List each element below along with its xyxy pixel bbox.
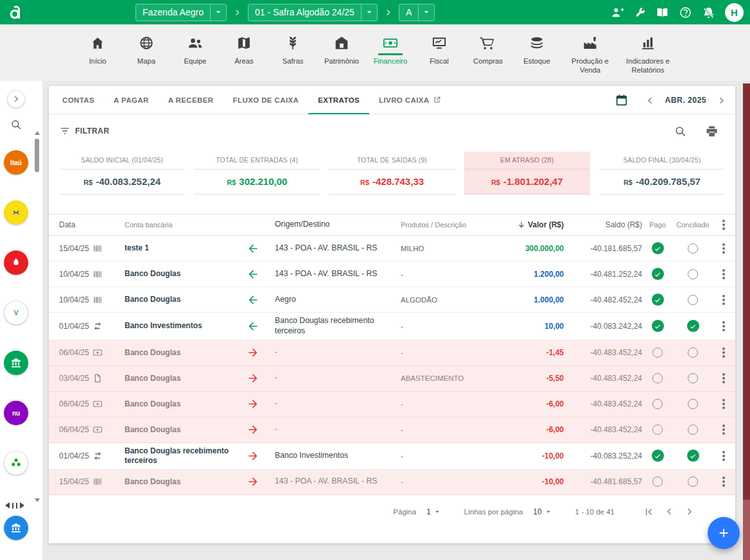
row-menu-button[interactable] xyxy=(713,239,735,258)
column-header-conciliado[interactable]: Conciliado xyxy=(673,221,713,229)
bank-item-sicredi[interactable] xyxy=(4,451,28,475)
tab-extratos[interactable]: EXTRATOS xyxy=(308,86,369,114)
reconciled-check-icon[interactable] xyxy=(687,450,699,462)
bank-item-itau[interactable]: Itaú xyxy=(4,150,28,175)
reconciled-unchecked-icon[interactable] xyxy=(688,243,698,254)
reconciled-unchecked-icon[interactable] xyxy=(688,399,698,409)
main-scrollbar[interactable] xyxy=(743,83,750,560)
row-menu-button[interactable] xyxy=(713,316,735,337)
season-selector[interactable]: 01 - Safra Algodão 24/25 xyxy=(248,4,378,21)
nav-item-estoque[interactable]: Estoque xyxy=(513,33,561,81)
calendar-button[interactable] xyxy=(615,93,629,107)
header-menu-button[interactable] xyxy=(713,214,735,235)
paid-unchecked-icon[interactable] xyxy=(652,399,663,409)
reconciled-unchecked-icon[interactable] xyxy=(688,269,698,279)
bank-item-banco-do-brasil[interactable] xyxy=(4,200,28,225)
caret-down-icon[interactable] xyxy=(418,4,434,21)
table-row[interactable]: 06/04/25Banco Douglas---6,00-40.483.452,… xyxy=(49,417,735,443)
nav-item-inicio[interactable]: Início xyxy=(74,33,121,81)
column-header-data[interactable]: Data xyxy=(59,220,91,229)
help-button[interactable] xyxy=(679,6,692,19)
column-header-saldo[interactable]: Saldo (R$) xyxy=(564,220,642,229)
nav-item-fiscal[interactable]: Fiscal xyxy=(415,33,463,81)
tab-livro-caixa[interactable]: LIVRO CAIXA xyxy=(369,86,451,114)
nav-item-financeiro[interactable]: Financeiro xyxy=(367,33,414,81)
reconciled-unchecked-icon[interactable] xyxy=(688,424,698,435)
reconciled-unchecked-icon[interactable] xyxy=(688,295,698,305)
column-header-valor[interactable]: Valor (R$) xyxy=(491,220,564,229)
tab-contas[interactable]: CONTAS xyxy=(53,86,104,114)
page-select[interactable]: 1 xyxy=(426,507,442,517)
reconciled-unchecked-icon[interactable] xyxy=(688,373,698,383)
tab-a-pagar[interactable]: A PAGAR xyxy=(104,86,159,114)
caret-down-icon[interactable] xyxy=(361,4,377,21)
tools-wrench-button[interactable] xyxy=(634,6,646,19)
table-row[interactable]: 06/04/25Banco Douglas---1,45-40.483.452,… xyxy=(49,340,735,366)
page-right-button[interactable] xyxy=(20,502,24,509)
paid-unchecked-icon[interactable] xyxy=(652,477,663,487)
sort-descending-icon[interactable] xyxy=(517,220,526,229)
sidebar-expand-button[interactable] xyxy=(7,90,25,108)
bank-item-banco-verde[interactable] xyxy=(4,351,28,375)
bank-item-banco-azul[interactable] xyxy=(4,516,28,540)
nav-item-producao-e-venda[interactable]: Produção e Venda xyxy=(562,33,618,81)
row-menu-button[interactable] xyxy=(713,395,735,414)
column-header-produtos[interactable]: Produtos / Descrição xyxy=(401,221,491,229)
next-month-button[interactable] xyxy=(717,96,726,105)
row-menu-button[interactable] xyxy=(713,446,735,466)
table-row[interactable]: 01/04/25Banco Douglas recebimento tercei… xyxy=(49,443,735,469)
row-menu-button[interactable] xyxy=(713,265,735,283)
scroll-down-icon[interactable] xyxy=(35,498,40,502)
farm-selector[interactable]: Fazenda Aegro xyxy=(135,4,227,21)
nav-item-areas[interactable]: Áreas xyxy=(220,33,268,81)
row-menu-button[interactable] xyxy=(713,421,735,439)
nav-item-compras[interactable]: Compras xyxy=(464,33,512,81)
notifications-muted-button[interactable] xyxy=(702,6,715,19)
tab-fluxo-de-caixa[interactable]: FLUXO DE CAIXA xyxy=(223,86,309,114)
nav-item-mapa[interactable]: Mapa xyxy=(123,33,170,81)
paid-check-icon[interactable] xyxy=(652,268,664,280)
previous-page-button[interactable] xyxy=(665,507,674,516)
column-header-pago[interactable]: Pago xyxy=(642,221,673,229)
previous-month-button[interactable] xyxy=(645,96,655,105)
reconciled-unchecked-icon[interactable] xyxy=(688,347,698,358)
row-menu-button[interactable] xyxy=(713,290,735,309)
paid-check-icon[interactable] xyxy=(652,450,664,462)
table-row[interactable]: 03/04/25Banco Douglas-ABASTECIMENTO-5,50… xyxy=(49,366,735,392)
field-selector[interactable]: A xyxy=(399,4,435,21)
paid-unchecked-icon[interactable] xyxy=(652,347,663,358)
nav-item-safras[interactable]: Safras xyxy=(269,33,317,81)
scroll-up-icon[interactable] xyxy=(35,131,40,135)
page-left-button[interactable] xyxy=(5,502,10,509)
column-header-origem[interactable]: Origem/Destino xyxy=(265,220,401,230)
bank-item-santander[interactable] xyxy=(4,250,28,275)
paid-check-icon[interactable] xyxy=(652,293,664,306)
sidebar-scrollbar[interactable] xyxy=(33,131,41,502)
tab-a-receber[interactable]: A RECEBER xyxy=(159,86,223,114)
paid-check-icon[interactable] xyxy=(652,242,664,254)
knowledge-book-button[interactable] xyxy=(656,6,669,19)
table-row[interactable]: 10/04/25Banco DouglasAegroALGODÃO1.000,0… xyxy=(49,287,735,313)
nav-item-patrimonio[interactable]: Patrimônio xyxy=(318,33,365,81)
sidebar-search-button[interactable] xyxy=(10,118,22,131)
scrollbar-thumb[interactable] xyxy=(35,139,39,172)
table-row[interactable]: 01/04/25Banco InvestimentosBanco Douglas… xyxy=(49,313,735,340)
paid-unchecked-icon[interactable] xyxy=(652,373,663,383)
aegro-logo-icon[interactable] xyxy=(8,4,25,21)
table-row[interactable]: 06/04/25Banco Douglas---6,00-40.483.452,… xyxy=(49,392,735,417)
scrollbar-thumb[interactable] xyxy=(743,83,750,500)
invite-user-button[interactable] xyxy=(611,6,624,19)
caret-down-icon[interactable] xyxy=(210,4,226,21)
paid-unchecked-icon[interactable] xyxy=(652,424,663,435)
paid-check-icon[interactable] xyxy=(652,320,664,332)
search-button[interactable] xyxy=(674,125,687,138)
table-row[interactable]: 10/04/25Banco Douglas143 - POA - AV. BRA… xyxy=(49,261,735,287)
row-menu-button[interactable] xyxy=(713,473,735,491)
row-menu-button[interactable] xyxy=(713,369,735,388)
rows-per-page-select[interactable]: 10 xyxy=(533,507,553,517)
table-row[interactable]: 15/04/25teste 1143 - POA - AV. BRASIL - … xyxy=(49,236,735,261)
nav-item-indicadores-e-relatorios[interactable]: Indicadores e Relatórios xyxy=(620,33,676,81)
filter-button[interactable]: FILTRAR xyxy=(59,125,109,137)
add-transaction-fab[interactable] xyxy=(708,517,740,549)
first-page-button[interactable] xyxy=(643,506,654,518)
